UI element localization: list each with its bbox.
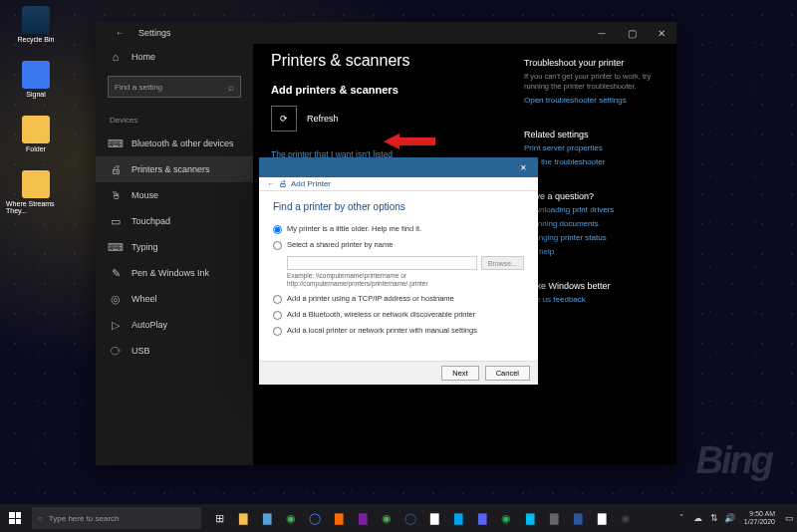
- desktop-icon[interactable]: Folder: [6, 116, 66, 152]
- app-icon[interactable]: ▇: [470, 504, 494, 532]
- next-button[interactable]: Next: [441, 366, 478, 381]
- app-icon[interactable]: ◉: [494, 504, 518, 532]
- dialog-title: Find a printer by other options: [273, 201, 524, 212]
- related-link[interactable]: Run the troubleshooter: [524, 157, 659, 166]
- radio-shared-printer[interactable]: Select a shared printer by name: [273, 240, 524, 250]
- app-icon[interactable]: ◉: [279, 504, 303, 532]
- dialog-close-button[interactable]: ✕: [514, 163, 532, 172]
- pen-icon: ✎: [110, 267, 122, 279]
- taskbar-apps: ⊞ ▇ ▇ ◉ ◯ ▇ ▇ ◉ ◯ ▇ ▇ ▇ ◉ ▇ ▇ ▇ ▇ ◉: [207, 504, 638, 532]
- volume-icon[interactable]: 🔊: [722, 513, 738, 523]
- typing-icon: ⌨: [110, 241, 122, 253]
- refresh-icon: ⟳: [280, 114, 288, 124]
- window-titlebar[interactable]: ← Settings ─ ▢ ✕: [96, 22, 676, 44]
- bing-watermark: Bing: [696, 439, 772, 482]
- add-printer-dialog: ✕ ← 🖨 Add Printer Find a printer by othe…: [259, 157, 538, 385]
- desktop-icon[interactable]: Signal: [6, 61, 66, 98]
- maximize-button[interactable]: ▢: [617, 22, 647, 44]
- back-icon[interactable]: ←: [116, 28, 125, 38]
- app-icon[interactable]: ▇: [590, 504, 614, 532]
- shared-printer-input[interactable]: [287, 256, 477, 270]
- settings-sidebar: ⌂ Home Find a setting ⌕ Devices ⌨Bluetoo…: [96, 44, 253, 465]
- feedback-link[interactable]: Give us feedback: [524, 295, 659, 304]
- sidebar-item-touchpad[interactable]: ▭Touchpad: [96, 208, 253, 234]
- refresh-button[interactable]: ⟳: [271, 106, 297, 132]
- open-troubleshooter-link[interactable]: Open troubleshooter settings: [524, 96, 659, 105]
- app-icon[interactable]: ◯: [398, 504, 422, 532]
- sidebar-item-usb[interactable]: ⧂USB: [96, 338, 253, 364]
- wifi-icon[interactable]: ⇅: [706, 513, 722, 523]
- sidebar-home[interactable]: ⌂ Home: [96, 44, 253, 70]
- app-icon[interactable]: ▇: [327, 504, 351, 532]
- settings-search[interactable]: Find a setting ⌕: [108, 76, 241, 98]
- search-icon: ○: [38, 514, 43, 523]
- sidebar-item-pen[interactable]: ✎Pen & Windows Ink: [96, 260, 253, 286]
- tray-icon[interactable]: ˄: [674, 513, 690, 523]
- dialog-titlebar[interactable]: ✕: [259, 157, 538, 177]
- dialog-breadcrumb: ← 🖨 Add Printer: [259, 177, 538, 191]
- onedrive-icon[interactable]: ☁: [690, 513, 706, 523]
- radio-tcpip[interactable]: Add a printer using a TCP/IP address or …: [273, 294, 524, 304]
- example-text: Example: \\computername\printername or h…: [287, 272, 524, 288]
- svg-marker-0: [384, 133, 435, 149]
- help-link[interactable]: Downloading print drivers: [524, 205, 659, 214]
- app-icon[interactable]: ▇: [446, 504, 470, 532]
- desktop-icon[interactable]: Recycle Bin: [6, 6, 66, 43]
- radio-bluetooth[interactable]: Add a Bluetooth, wireless or network dis…: [273, 310, 524, 320]
- app-icon[interactable]: ▇: [231, 504, 255, 532]
- bluetooth-icon: ⌨: [110, 137, 122, 149]
- sidebar-item-printers[interactable]: 🖨Printers & scanners: [96, 156, 253, 182]
- app-icon[interactable]: ▇: [255, 504, 279, 532]
- home-icon: ⌂: [110, 51, 122, 63]
- printer-icon: 🖨: [279, 179, 287, 188]
- app-icon[interactable]: ▇: [422, 504, 446, 532]
- sidebar-item-autoplay[interactable]: ▷AutoPlay: [96, 312, 253, 338]
- sidebar-item-mouse[interactable]: 🖱Mouse: [96, 182, 253, 208]
- section-title: Add printers & scanners: [271, 84, 516, 96]
- mouse-icon: 🖱: [110, 189, 122, 201]
- annotation-arrow: [384, 132, 435, 155]
- search-icon: ⌕: [228, 82, 234, 93]
- help-link[interactable]: Changing printer status: [524, 233, 659, 242]
- touchpad-icon: ▭: [110, 215, 122, 227]
- taskbar: ○Type here to search ⊞ ▇ ▇ ◉ ◯ ▇ ▇ ◉ ◯ ▇…: [0, 504, 797, 532]
- page-title: Printers & scanners: [271, 52, 516, 70]
- help-link[interactable]: Scanning documents: [524, 219, 659, 228]
- app-icon[interactable]: ◯: [303, 504, 327, 532]
- sidebar-category: Devices: [96, 108, 253, 131]
- sidebar-item-bluetooth[interactable]: ⌨Bluetooth & other devices: [96, 131, 253, 156]
- task-view-icon[interactable]: ⊞: [207, 504, 231, 532]
- app-icon[interactable]: ▇: [566, 504, 590, 532]
- desktop-icon[interactable]: Where Streams They...: [6, 170, 66, 214]
- related-link[interactable]: Print server properties: [524, 143, 659, 152]
- notifications-icon[interactable]: ▭: [781, 513, 797, 523]
- windows-logo-icon: [9, 512, 21, 524]
- sidebar-item-typing[interactable]: ⌨Typing: [96, 234, 253, 260]
- radio-older-printer[interactable]: My printer is a little older. Help me fi…: [273, 224, 524, 234]
- desktop-icons: Recycle Bin Signal Folder Where Streams …: [6, 6, 66, 232]
- help-link[interactable]: Get help: [524, 247, 659, 256]
- printer-icon: 🖨: [110, 163, 122, 175]
- minimize-button[interactable]: ─: [587, 22, 617, 44]
- window-title: Settings: [138, 28, 171, 38]
- browse-button[interactable]: Browse...: [481, 256, 524, 270]
- dialog-footer: Next Cancel: [259, 361, 538, 385]
- close-button[interactable]: ✕: [647, 22, 676, 44]
- cancel-button[interactable]: Cancel: [485, 366, 530, 381]
- app-icon[interactable]: ◉: [375, 504, 398, 532]
- app-icon[interactable]: ▇: [518, 504, 542, 532]
- app-icon[interactable]: ▇: [542, 504, 566, 532]
- app-icon[interactable]: ▇: [351, 504, 375, 532]
- usb-icon: ⧂: [110, 345, 122, 357]
- start-button[interactable]: [0, 504, 30, 532]
- taskbar-clock[interactable]: 9:50 AM 1/27/2020: [738, 510, 781, 525]
- taskbar-search[interactable]: ○Type here to search: [32, 507, 201, 529]
- sidebar-item-wheel[interactable]: ◎Wheel: [96, 286, 253, 312]
- autoplay-icon: ▷: [110, 319, 122, 331]
- refresh-label: Refresh: [307, 114, 339, 124]
- system-tray: ˄ ☁ ⇅ 🔊 9:50 AM 1/27/2020 ▭: [674, 510, 797, 525]
- app-icon[interactable]: ◉: [614, 504, 638, 532]
- radio-manual[interactable]: Add a local printer or network printer w…: [273, 326, 524, 336]
- wheel-icon: ◎: [110, 293, 122, 305]
